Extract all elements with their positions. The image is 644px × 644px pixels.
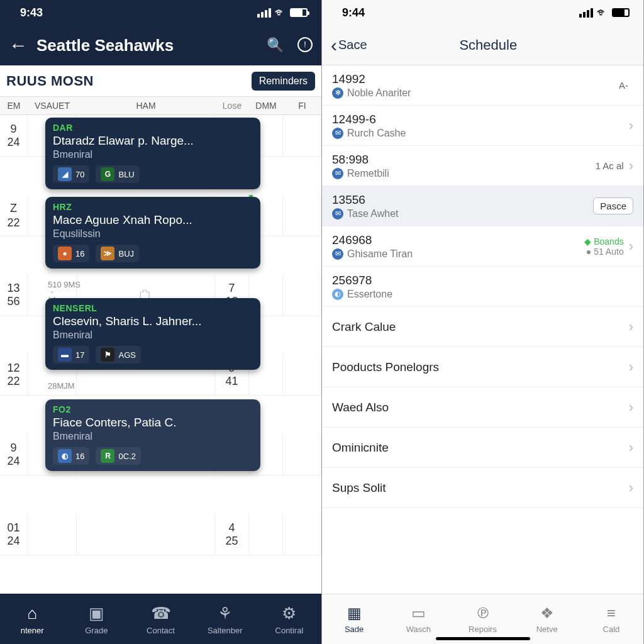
row-subtitle: ✉Tase Awhet bbox=[332, 208, 593, 219]
sade-icon: ▦ bbox=[347, 604, 362, 622]
col-vs: VSAUET bbox=[28, 97, 77, 114]
team-logo: ▬ bbox=[58, 348, 72, 362]
row-number: 246968 bbox=[332, 233, 584, 247]
person-icon: ⚘ bbox=[218, 604, 232, 623]
row-type-icon: ✉ bbox=[332, 208, 343, 219]
main-scroll[interactable]: 924 622 Z22 112 1356 ⛬⛫ 718 1222 941 924… bbox=[0, 115, 321, 594]
list-item[interactable]: 256978◐Essertone bbox=[322, 267, 643, 307]
team-logo: ◢ bbox=[58, 167, 72, 181]
tab-contact[interactable]: ☎Contact bbox=[128, 594, 192, 644]
row-subtitle: ◐Essertone bbox=[332, 289, 633, 300]
row-action-button[interactable]: Pasce bbox=[593, 197, 633, 214]
row-type-icon: ◐ bbox=[332, 289, 343, 300]
col-ha: HAM bbox=[77, 97, 215, 114]
row-number: 13556 bbox=[332, 193, 593, 207]
info-icon[interactable]: ! bbox=[297, 37, 313, 52]
tab-bar: ▦Sade ▭Wasch ℗Repoirs ❖Netve ≡Cald bbox=[322, 594, 643, 644]
phone-left: 9:43 ᯤ ← Seattle Seahawks 🔍 ! RUUS MOSN … bbox=[0, 0, 322, 644]
chevron-right-icon: › bbox=[629, 238, 633, 255]
col-em: EM bbox=[0, 97, 28, 114]
col-lo: Lose bbox=[215, 97, 249, 114]
wifi-icon: ᯤ bbox=[275, 6, 286, 19]
home-icon: ⌂ bbox=[27, 604, 37, 623]
list-item[interactable]: 14992✻Noble AnariterA- bbox=[322, 65, 643, 106]
team-logo: ◐ bbox=[58, 449, 72, 463]
status-badge: ● 51 Auto bbox=[586, 247, 624, 257]
reminders-button[interactable]: Reminders bbox=[252, 72, 315, 91]
list-item[interactable]: 13556✉Tase AwhetPasce bbox=[322, 186, 643, 226]
row-title: Ominicnite bbox=[332, 441, 629, 455]
team-logo: ● bbox=[58, 247, 72, 260]
wifi-icon: ᯤ bbox=[597, 6, 608, 19]
list-item[interactable]: Waed Also› bbox=[322, 387, 643, 428]
status-bar: 9:44 ᯤ bbox=[322, 0, 643, 25]
row-meta: A- bbox=[619, 80, 628, 91]
list-item[interactable]: Ominicnite› bbox=[322, 428, 643, 468]
home-indicator[interactable] bbox=[436, 637, 530, 640]
game-card[interactable]: FO2 Fiace Conters, Patia C. Bmeniral ◐16… bbox=[45, 399, 260, 471]
chevron-right-icon: › bbox=[629, 118, 633, 134]
list-item[interactable]: Crark Calue› bbox=[322, 307, 643, 347]
row-title: Waed Also bbox=[332, 401, 629, 414]
status-time: 9:44 bbox=[342, 6, 365, 19]
team-logo: ≫ bbox=[101, 247, 114, 260]
menu-icon: ≡ bbox=[607, 604, 616, 622]
subline: 28MJM bbox=[48, 381, 260, 391]
row-number: 12499-6 bbox=[332, 113, 629, 126]
list-item[interactable]: Pooducts Ponelogrs› bbox=[322, 347, 643, 387]
chevron-right-icon: › bbox=[629, 158, 633, 174]
grade-icon: ▣ bbox=[89, 604, 104, 623]
battery-icon bbox=[612, 8, 630, 17]
tab-saltenber[interactable]: ⚘Saltenber bbox=[193, 594, 257, 644]
nav-bar: ‹Sace Schedule bbox=[322, 25, 643, 65]
game-card[interactable]: NENSERL Clesevin, Sharis L. Jahner... Bm… bbox=[45, 298, 260, 370]
gear-icon: ⚙ bbox=[282, 604, 296, 623]
game-cards: DAR Dtaradz Elawar p. Narge... Bmeniral … bbox=[45, 118, 260, 471]
chevron-right-icon: › bbox=[629, 440, 633, 456]
row-title: Crark Calue bbox=[332, 320, 629, 334]
nav-bar: ← Seattle Seahawks 🔍 ! bbox=[0, 25, 321, 65]
status-icons: ᯤ bbox=[257, 6, 308, 19]
game-card[interactable]: DAR Dtaradz Elawar p. Narge... Bmeniral … bbox=[45, 118, 260, 189]
list-item[interactable]: 12499-6✉Rurch Cashe› bbox=[322, 106, 643, 146]
row-title: Sups Solit bbox=[332, 481, 629, 495]
wasch-icon: ▭ bbox=[411, 604, 426, 622]
status-badge: ◆ Boands bbox=[584, 236, 623, 247]
chevron-right-icon: › bbox=[629, 480, 633, 496]
row-subtitle: ✻Noble Anariter bbox=[332, 87, 619, 99]
chevron-right-icon: › bbox=[629, 319, 633, 335]
tab-contiral[interactable]: ⚙Contiral bbox=[257, 594, 321, 644]
chevron-right-icon: › bbox=[629, 399, 633, 416]
tab-sade[interactable]: ▦Sade bbox=[322, 594, 386, 644]
tab-home[interactable]: ⌂ntener bbox=[0, 594, 64, 644]
chevron-right-icon: › bbox=[629, 359, 633, 375]
status-icons: ᯤ bbox=[579, 6, 630, 19]
team-logo: G bbox=[101, 167, 114, 181]
table-header: EM VSAUET HAM Lose DMM FI bbox=[0, 97, 321, 115]
col-dm: DMM bbox=[249, 97, 283, 114]
list-item[interactable]: 246968✉Ghisame Tiran◆ Boands● 51 Auto› bbox=[322, 226, 643, 267]
tab-bar: ⌂ntener ▣Grade ☎Contact ⚘Saltenber ⚙Cont… bbox=[0, 594, 321, 644]
repoirs-icon: ℗ bbox=[475, 604, 491, 622]
tab-cald[interactable]: ≡Cald bbox=[579, 594, 643, 644]
status-time: 9:43 bbox=[20, 6, 43, 19]
phone-right: 9:44 ᯤ ‹Sace Schedule 14992✻Noble Anarit… bbox=[322, 0, 644, 644]
game-card[interactable]: HRZ Mace Aguue Xnah Ropo... Equslilssin … bbox=[45, 197, 260, 269]
team-logo: R bbox=[101, 449, 114, 463]
status-bar: 9:43 ᯤ bbox=[0, 0, 321, 25]
row-subtitle: ✉Rurch Cashe bbox=[332, 128, 629, 139]
section-header: RUUS MOSN Reminders bbox=[0, 65, 321, 97]
list-item[interactable]: 58:998✉Remetbili1 Ac al› bbox=[322, 146, 643, 186]
tab-grade[interactable]: ▣Grade bbox=[64, 594, 128, 644]
section-title: RUUS MOSN bbox=[6, 73, 94, 89]
subline: 510 9MS bbox=[48, 280, 260, 289]
team-logo: ⚑ bbox=[101, 348, 114, 362]
row-type-icon: ✉ bbox=[332, 168, 343, 179]
schedule-list[interactable]: 14992✻Noble AnariterA-12499-6✉Rurch Cash… bbox=[322, 65, 643, 594]
signal-icon bbox=[257, 8, 271, 18]
row-number: 14992 bbox=[332, 72, 619, 86]
search-icon[interactable]: 🔍 bbox=[267, 37, 284, 53]
list-item[interactable]: Sups Solit› bbox=[322, 468, 643, 508]
back-button[interactable]: ← bbox=[9, 36, 28, 55]
contact-icon: ☎ bbox=[151, 604, 171, 623]
